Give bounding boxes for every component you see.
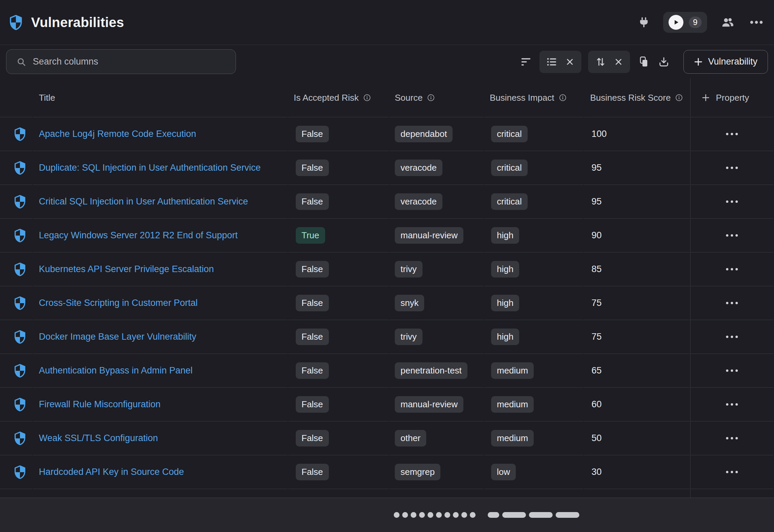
vulnerability-title-link[interactable]: Hardcoded API Key in Source Code [39,467,184,477]
row-more-actions-button[interactable] [723,467,741,477]
info-icon[interactable] [559,94,566,101]
row-title-cell: Authentication Bypass in Admin Panel [33,354,288,388]
row-business-impact-cell: high [484,219,583,252]
search-input[interactable] [33,56,227,67]
row-actions-cell [690,219,773,252]
row-business-impact-cell: high [484,286,583,320]
row-title-cell: Docker Image Base Layer Vulnerability [33,320,288,354]
dot [731,403,733,406]
copy-button[interactable] [637,55,650,69]
business-risk-score-value: 95 [591,163,602,173]
column-header-source[interactable]: Source [389,78,484,117]
row-business-risk-score-cell: 85 [584,252,690,286]
row-business-risk-score-cell: 95 [584,185,690,219]
row-source-cell: manual-review [389,219,484,252]
clear-grouping-button[interactable] [566,58,574,66]
row-more-actions-button[interactable] [723,265,741,274]
row-more-actions-button[interactable] [723,129,741,139]
column-header-title[interactable]: Title [33,78,288,117]
vulnerability-title-link[interactable]: Kubernetes API Server Privilege Escalati… [39,264,214,274]
vulnerability-title-link[interactable]: Weak SSL/TLS Configuration [39,433,158,443]
row-business-impact-cell: critical [484,117,583,151]
row-title-cell: Duplicate: SQL Injection in User Authent… [33,151,288,185]
skeleton-pills [488,512,579,518]
accepted-risk-badge: False [296,396,329,413]
loading-dot [436,512,442,518]
dot [726,437,728,439]
row-actions-cell [690,151,773,185]
brand: Vulnerabilities [9,15,124,30]
shield-icon [14,397,26,412]
row-more-actions-button[interactable] [723,163,741,172]
info-icon[interactable] [427,94,435,101]
source-badge: manual-review [395,227,463,244]
row-more-actions-button[interactable] [723,197,741,206]
row-business-impact-cell: critical [484,151,583,185]
row-more-actions-button[interactable] [723,366,741,375]
row-more-actions-button[interactable] [723,332,741,341]
more-menu-button[interactable] [748,19,765,26]
table-row: Duplicate: SQL Injection in User Authent… [0,151,774,185]
row-more-actions-button[interactable] [723,231,741,240]
vulnerabilities-app: Vulnerabilities 9 [0,0,774,532]
filter-icon [521,57,531,67]
download-icon [658,56,669,67]
vulnerability-title-link[interactable]: Critical SQL Injection in User Authentic… [39,196,248,207]
vulnerability-title-link[interactable]: Apache Log4j Remote Code Execution [39,129,196,139]
row-icon-cell [0,185,32,219]
row-more-actions-button[interactable] [723,400,741,409]
column-header-business-impact[interactable]: Business Impact [484,78,583,117]
dot [735,268,738,270]
list-view-button[interactable] [547,57,557,66]
source-badge: trivy [395,329,422,345]
add-property-header-button[interactable]: Property [690,78,773,117]
row-source-cell: dependabot [389,117,484,151]
run-status-pill[interactable]: 9 [663,12,707,33]
dot [726,200,728,203]
row-business-risk-score-cell: 90 [584,219,690,252]
users-icon [721,17,734,28]
dot [726,302,728,304]
dot [735,336,738,338]
copy-icon [638,56,649,68]
list-icon [547,57,557,66]
filter-button[interactable] [519,56,533,68]
column-header-business-risk-score[interactable]: Business Risk Score [584,78,690,117]
row-accepted-risk-cell: False [288,354,389,388]
grouping-control[interactable] [539,51,581,73]
table-row: Cross-Site Scripting in Customer Portal … [0,286,774,320]
sort-button[interactable] [596,57,606,67]
add-vulnerability-button[interactable]: Vulnerability [683,50,768,74]
more-menu-icon [750,20,763,24]
skeleton-pill [488,512,499,518]
vulnerability-title-link[interactable]: Authentication Bypass in Admin Panel [39,365,193,376]
business-impact-badge: medium [491,396,534,413]
info-icon[interactable] [363,94,371,101]
dot [731,336,733,338]
download-button[interactable] [657,55,671,69]
info-icon[interactable] [675,94,683,101]
business-risk-score-value: 95 [591,196,602,207]
sort-control[interactable] [588,51,630,73]
column-header-is-accepted-risk[interactable]: Is Accepted Risk [288,78,389,117]
row-more-actions-button[interactable] [723,298,741,308]
row-more-actions-button[interactable] [723,434,741,443]
row-actions-cell [690,320,773,354]
dot [726,268,728,270]
loading-dot [419,512,425,518]
skeleton-pill [529,512,553,518]
integrations-button[interactable] [637,16,650,29]
row-title-cell: Critical SQL Injection in User Authentic… [33,185,288,219]
vulnerability-title-link[interactable]: Legacy Windows Server 2012 R2 End of Sup… [39,230,238,241]
vulnerability-title-link[interactable]: Firewall Rule Misconfiguration [39,399,161,410]
clear-icon [614,58,623,66]
vulnerability-title-link[interactable]: Duplicate: SQL Injection in User Authent… [39,163,261,173]
clear-sort-button[interactable] [614,58,623,66]
users-button[interactable] [720,16,735,29]
dot [726,369,728,372]
add-vulnerability-label: Vulnerability [708,56,757,67]
vulnerability-title-link[interactable]: Cross-Site Scripting in Customer Portal [39,298,198,308]
source-badge: snyk [395,295,424,311]
vulnerability-title-link[interactable]: Docker Image Base Layer Vulnerability [39,332,196,342]
row-icon-cell [0,421,32,455]
